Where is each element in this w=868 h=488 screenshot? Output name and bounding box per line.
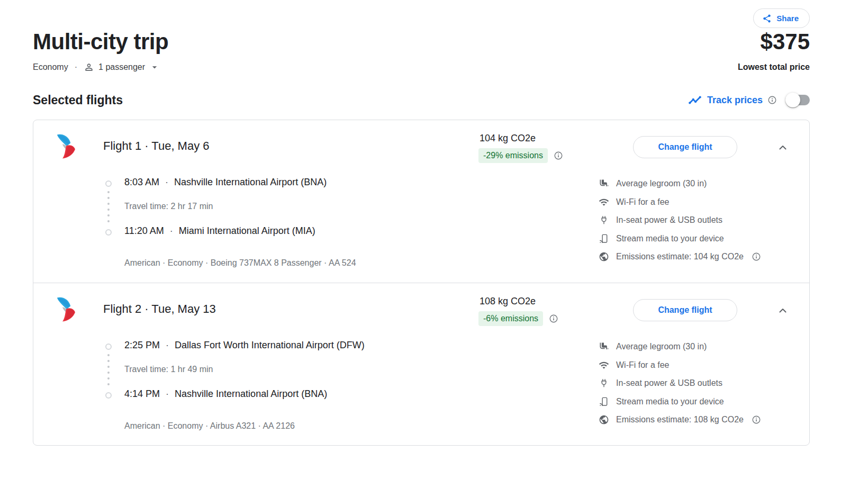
timeline-origin-circle bbox=[105, 344, 112, 350]
amenity-stream: Stream media to your device bbox=[599, 230, 761, 248]
amenity-label: Stream media to your device bbox=[616, 234, 724, 243]
departure-airport: Dallas Fort Worth International Airport … bbox=[175, 340, 365, 351]
dot-separator: · bbox=[170, 225, 173, 237]
dot-separator: · bbox=[166, 340, 169, 351]
wifi-icon bbox=[599, 197, 609, 207]
co2-amount: 104 kg CO2e bbox=[480, 133, 536, 144]
timeline-dot bbox=[107, 191, 110, 193]
power-plug-icon bbox=[599, 378, 609, 388]
amenity-label: Emissions estimate: 104 kg CO2e bbox=[616, 252, 744, 261]
flight-title: Flight 1 · Tue, May 6 bbox=[103, 139, 210, 153]
amenity-label: In-seat power & USB outlets bbox=[616, 215, 722, 225]
timeline-dot bbox=[107, 354, 110, 356]
wifi-icon bbox=[599, 360, 609, 370]
emissions-info-icon[interactable] bbox=[554, 151, 563, 160]
passenger-count-label: 1 passenger bbox=[98, 62, 145, 72]
amenity-label: Wi-Fi for a fee bbox=[616, 197, 669, 207]
amenities-list: Average legroom (30 in) Wi-Fi for a fee … bbox=[599, 175, 761, 266]
departure-airport: Nashville International Airport (BNA) bbox=[174, 177, 327, 188]
google-flights-page: Share Multi-city trip $375 Economy · 1 p… bbox=[0, 0, 868, 488]
change-flight-button[interactable]: Change flight bbox=[633, 136, 737, 158]
amenity-power: In-seat power & USB outlets bbox=[599, 211, 761, 230]
flight-1-section: Flight 1 · Tue, May 6 104 kg CO2e -29% e… bbox=[33, 120, 809, 283]
flight-title: Flight 2 · Tue, May 13 bbox=[103, 302, 216, 316]
dot-separator: · bbox=[166, 388, 169, 400]
globe-icon bbox=[599, 414, 609, 425]
amenity-label: Stream media to your device bbox=[616, 397, 724, 406]
timeline-dot bbox=[107, 360, 110, 362]
emissions-estimate-info-icon[interactable] bbox=[752, 415, 761, 424]
amenity-label: Wi-Fi for a fee bbox=[616, 360, 669, 370]
emissions-estimate-info-icon[interactable] bbox=[752, 252, 761, 261]
change-flight-button[interactable]: Change flight bbox=[633, 299, 737, 321]
legroom-seat-icon bbox=[599, 178, 609, 189]
timeline-destination-circle bbox=[105, 229, 112, 236]
arrival-row: 11:20 AM · Miami International Airport (… bbox=[124, 225, 315, 237]
power-plug-icon bbox=[599, 215, 609, 225]
share-button[interactable]: Share bbox=[753, 8, 810, 28]
timeline-dot bbox=[107, 214, 110, 216]
timeline-destination-circle bbox=[105, 392, 112, 399]
share-label: Share bbox=[776, 14, 799, 23]
page-title: Multi-city trip bbox=[33, 29, 168, 55]
timeline-dot bbox=[107, 377, 110, 379]
timeline-dot bbox=[107, 220, 110, 222]
travel-time: Travel time: 2 hr 17 min bbox=[124, 202, 213, 211]
flight-details: American · Economy · Airbus A321 · AA 21… bbox=[124, 421, 295, 431]
emissions-info-icon[interactable] bbox=[549, 314, 558, 323]
stream-media-icon bbox=[599, 396, 609, 407]
timeline-origin-circle bbox=[105, 180, 112, 187]
timeline-dot bbox=[107, 372, 110, 374]
emissions-badge: -29% emissions bbox=[478, 148, 548, 163]
amenity-emissions: Emissions estimate: 104 kg CO2e bbox=[599, 248, 761, 266]
collapse-flight-button[interactable] bbox=[773, 138, 792, 157]
dot-separator: · bbox=[75, 62, 77, 72]
legroom-seat-icon bbox=[599, 341, 609, 352]
arrival-time: 11:20 AM bbox=[124, 225, 164, 237]
amenities-list: Average legroom (30 in) Wi-Fi for a fee … bbox=[599, 338, 761, 429]
departure-time: 2:25 PM bbox=[124, 340, 160, 351]
amenity-label: In-seat power & USB outlets bbox=[616, 378, 722, 388]
departure-row: 8:03 AM · Nashville International Airpor… bbox=[124, 177, 327, 188]
flight-details: American · Economy · Boeing 737MAX 8 Pas… bbox=[124, 258, 356, 268]
amenity-stream: Stream media to your device bbox=[599, 393, 761, 411]
american-airlines-logo-icon bbox=[51, 295, 79, 322]
price-note: Lowest total price bbox=[738, 62, 810, 72]
amenity-label: Average legroom (30 in) bbox=[616, 342, 707, 351]
dot-separator: · bbox=[165, 177, 168, 188]
co2-amount: 108 kg CO2e bbox=[480, 296, 536, 307]
chevron-up-icon bbox=[776, 304, 789, 317]
amenity-legroom: Average legroom (30 in) bbox=[599, 338, 761, 356]
arrival-row: 4:14 PM · Nashville International Airpor… bbox=[124, 388, 327, 400]
cabin-class-label: Economy bbox=[33, 62, 68, 72]
timeline-dot bbox=[107, 197, 110, 199]
flight-2-section: Flight 2 · Tue, May 13 108 kg CO2e -6% e… bbox=[33, 283, 809, 445]
chevron-up-icon bbox=[776, 141, 789, 154]
selected-flights-card: Flight 1 · Tue, May 6 104 kg CO2e -29% e… bbox=[33, 120, 810, 446]
selected-flights-heading: Selected flights bbox=[33, 93, 123, 107]
globe-icon bbox=[599, 251, 609, 262]
track-prices-group: Track prices bbox=[688, 93, 810, 107]
arrival-airport: Miami International Airport (MIA) bbox=[179, 225, 315, 237]
passenger-selector[interactable]: 1 passenger bbox=[84, 62, 160, 73]
travel-time: Travel time: 1 hr 49 min bbox=[124, 365, 213, 374]
track-prices-toggle[interactable] bbox=[785, 93, 810, 107]
amenity-label: Emissions estimate: 108 kg CO2e bbox=[616, 415, 744, 424]
stream-media-icon bbox=[599, 233, 609, 244]
emissions-badge: -6% emissions bbox=[478, 311, 543, 326]
trip-meta: Economy · 1 passenger bbox=[33, 62, 160, 73]
timeline-dot bbox=[107, 383, 110, 385]
collapse-flight-button[interactable] bbox=[773, 301, 792, 320]
track-prices-info-icon[interactable] bbox=[767, 95, 777, 105]
arrival-airport: Nashville International Airport (BNA) bbox=[175, 388, 327, 400]
timeline-dot bbox=[107, 203, 110, 205]
departure-time: 8:03 AM bbox=[124, 177, 159, 188]
amenity-power: In-seat power & USB outlets bbox=[599, 374, 761, 393]
trend-line-icon bbox=[688, 93, 702, 107]
toggle-knob bbox=[785, 93, 800, 107]
amenity-wifi: Wi-Fi for a fee bbox=[599, 193, 761, 212]
trip-total-price: $375 bbox=[761, 29, 810, 55]
departure-row: 2:25 PM · Dallas Fort Worth Internationa… bbox=[124, 340, 365, 351]
amenity-emissions: Emissions estimate: 108 kg CO2e bbox=[599, 411, 761, 429]
timeline-dot bbox=[107, 209, 110, 211]
